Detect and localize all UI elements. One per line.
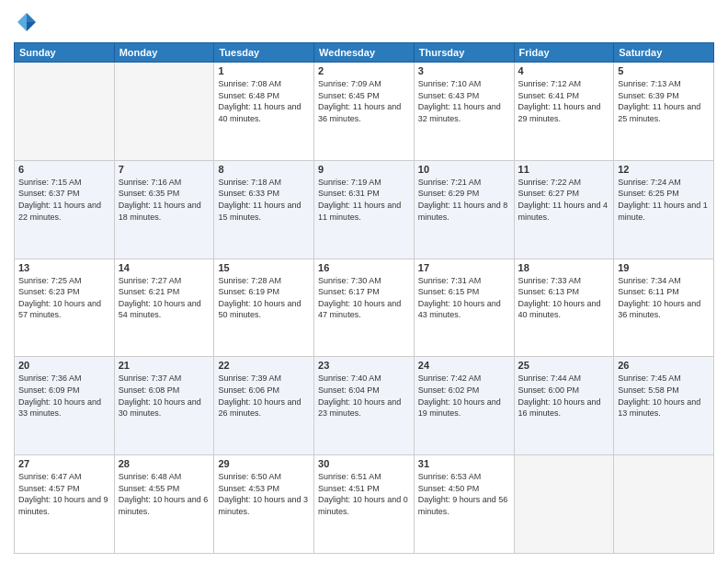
calendar-cell: 1Sunrise: 7:08 AMSunset: 6:48 PMDaylight… <box>214 63 314 161</box>
cell-info: Sunrise: 7:10 AMSunset: 6:43 PMDaylight:… <box>418 78 510 124</box>
week-row-5: 27Sunrise: 6:47 AMSunset: 4:57 PMDayligh… <box>15 455 714 554</box>
calendar-cell: 11Sunrise: 7:22 AMSunset: 6:27 PMDayligh… <box>514 160 614 259</box>
day-number: 18 <box>518 262 610 273</box>
calendar-cell: 3Sunrise: 7:10 AMSunset: 6:43 PMDaylight… <box>414 63 514 161</box>
day-number: 28 <box>119 458 210 469</box>
day-number: 22 <box>218 360 310 371</box>
weekday-header-wednesday: Wednesday <box>314 43 415 63</box>
day-number: 26 <box>618 360 710 371</box>
calendar-cell: 27Sunrise: 6:47 AMSunset: 4:57 PMDayligh… <box>15 455 115 554</box>
weekday-header-monday: Monday <box>114 43 214 63</box>
day-number: 11 <box>518 164 610 175</box>
calendar-cell: 24Sunrise: 7:42 AMSunset: 6:02 PMDayligh… <box>414 357 514 455</box>
calendar-cell: 19Sunrise: 7:34 AMSunset: 6:11 PMDayligh… <box>614 259 714 357</box>
calendar-cell: 9Sunrise: 7:19 AMSunset: 6:31 PMDaylight… <box>314 160 415 259</box>
calendar-cell: 10Sunrise: 7:21 AMSunset: 6:29 PMDayligh… <box>414 160 514 259</box>
logo <box>14 9 43 35</box>
cell-info: Sunrise: 6:48 AMSunset: 4:55 PMDaylight:… <box>119 471 210 517</box>
calendar-cell <box>114 63 214 161</box>
calendar-cell: 18Sunrise: 7:33 AMSunset: 6:13 PMDayligh… <box>514 259 614 357</box>
calendar-cell: 31Sunrise: 6:53 AMSunset: 4:50 PMDayligh… <box>414 455 514 554</box>
calendar-cell: 13Sunrise: 7:25 AMSunset: 6:23 PMDayligh… <box>15 259 115 357</box>
cell-info: Sunrise: 7:33 AMSunset: 6:13 PMDaylight:… <box>518 275 610 321</box>
day-number: 14 <box>119 262 210 273</box>
cell-info: Sunrise: 7:08 AMSunset: 6:48 PMDaylight:… <box>218 78 310 124</box>
svg-marker-0 <box>27 13 36 22</box>
cell-info: Sunrise: 7:42 AMSunset: 6:02 PMDaylight:… <box>418 373 510 419</box>
calendar-cell: 23Sunrise: 7:40 AMSunset: 6:04 PMDayligh… <box>314 357 415 455</box>
weekday-header-friday: Friday <box>514 43 614 63</box>
cell-info: Sunrise: 7:34 AMSunset: 6:11 PMDaylight:… <box>618 275 710 321</box>
cell-info: Sunrise: 7:40 AMSunset: 6:04 PMDaylight:… <box>318 373 410 419</box>
calendar-cell <box>614 455 714 554</box>
cell-info: Sunrise: 7:24 AMSunset: 6:25 PMDaylight:… <box>618 177 710 223</box>
cell-info: Sunrise: 7:15 AMSunset: 6:37 PMDaylight:… <box>18 177 110 223</box>
week-row-3: 13Sunrise: 7:25 AMSunset: 6:23 PMDayligh… <box>15 259 714 357</box>
week-row-4: 20Sunrise: 7:36 AMSunset: 6:09 PMDayligh… <box>15 357 714 455</box>
calendar-cell: 17Sunrise: 7:31 AMSunset: 6:15 PMDayligh… <box>414 259 514 357</box>
page: SundayMondayTuesdayWednesdayThursdayFrid… <box>0 0 728 563</box>
calendar-cell: 12Sunrise: 7:24 AMSunset: 6:25 PMDayligh… <box>614 160 714 259</box>
calendar-cell: 26Sunrise: 7:45 AMSunset: 5:58 PMDayligh… <box>614 357 714 455</box>
cell-info: Sunrise: 7:16 AMSunset: 6:35 PMDaylight:… <box>119 177 210 223</box>
day-number: 20 <box>18 360 110 371</box>
cell-info: Sunrise: 7:30 AMSunset: 6:17 PMDaylight:… <box>318 275 410 321</box>
calendar-cell: 4Sunrise: 7:12 AMSunset: 6:41 PMDaylight… <box>514 63 614 161</box>
weekday-header-thursday: Thursday <box>414 43 514 63</box>
calendar-cell: 14Sunrise: 7:27 AMSunset: 6:21 PMDayligh… <box>114 259 214 357</box>
calendar-cell <box>15 63 115 161</box>
calendar-cell <box>514 455 614 554</box>
day-number: 16 <box>318 262 410 273</box>
calendar-cell: 22Sunrise: 7:39 AMSunset: 6:06 PMDayligh… <box>214 357 314 455</box>
week-row-1: 1Sunrise: 7:08 AMSunset: 6:48 PMDaylight… <box>15 63 714 161</box>
cell-info: Sunrise: 7:45 AMSunset: 5:58 PMDaylight:… <box>618 373 710 419</box>
cell-info: Sunrise: 7:31 AMSunset: 6:15 PMDaylight:… <box>418 275 510 321</box>
cell-info: Sunrise: 7:12 AMSunset: 6:41 PMDaylight:… <box>518 78 610 124</box>
cell-info: Sunrise: 7:13 AMSunset: 6:39 PMDaylight:… <box>618 78 710 124</box>
day-number: 21 <box>119 360 210 371</box>
day-number: 27 <box>18 458 110 469</box>
calendar-cell: 2Sunrise: 7:09 AMSunset: 6:45 PMDaylight… <box>314 63 415 161</box>
calendar-cell: 5Sunrise: 7:13 AMSunset: 6:39 PMDaylight… <box>614 63 714 161</box>
day-number: 29 <box>218 458 310 469</box>
cell-info: Sunrise: 7:19 AMSunset: 6:31 PMDaylight:… <box>318 177 410 223</box>
cell-info: Sunrise: 6:53 AMSunset: 4:50 PMDaylight:… <box>418 471 510 517</box>
header <box>14 9 714 35</box>
logo-icon <box>14 9 40 35</box>
svg-marker-1 <box>27 22 36 31</box>
calendar-cell: 8Sunrise: 7:18 AMSunset: 6:33 PMDaylight… <box>214 160 314 259</box>
cell-info: Sunrise: 7:28 AMSunset: 6:19 PMDaylight:… <box>218 275 310 321</box>
day-number: 4 <box>518 65 610 76</box>
calendar-cell: 16Sunrise: 7:30 AMSunset: 6:17 PMDayligh… <box>314 259 415 357</box>
weekday-header-row: SundayMondayTuesdayWednesdayThursdayFrid… <box>15 43 714 63</box>
weekday-header-tuesday: Tuesday <box>214 43 314 63</box>
cell-info: Sunrise: 7:09 AMSunset: 6:45 PMDaylight:… <box>318 78 410 124</box>
day-number: 7 <box>119 164 210 175</box>
cell-info: Sunrise: 7:21 AMSunset: 6:29 PMDaylight:… <box>418 177 510 223</box>
cell-info: Sunrise: 6:50 AMSunset: 4:53 PMDaylight:… <box>218 471 310 517</box>
calendar-cell: 25Sunrise: 7:44 AMSunset: 6:00 PMDayligh… <box>514 357 614 455</box>
cell-info: Sunrise: 7:27 AMSunset: 6:21 PMDaylight:… <box>119 275 210 321</box>
calendar-cell: 21Sunrise: 7:37 AMSunset: 6:08 PMDayligh… <box>114 357 214 455</box>
calendar-cell: 6Sunrise: 7:15 AMSunset: 6:37 PMDaylight… <box>15 160 115 259</box>
day-number: 17 <box>418 262 510 273</box>
day-number: 24 <box>418 360 510 371</box>
day-number: 31 <box>418 458 510 469</box>
day-number: 25 <box>518 360 610 371</box>
day-number: 9 <box>318 164 410 175</box>
calendar-cell: 7Sunrise: 7:16 AMSunset: 6:35 PMDaylight… <box>114 160 214 259</box>
calendar-cell: 30Sunrise: 6:51 AMSunset: 4:51 PMDayligh… <box>314 455 415 554</box>
weekday-header-sunday: Sunday <box>15 43 115 63</box>
day-number: 13 <box>18 262 110 273</box>
cell-info: Sunrise: 7:39 AMSunset: 6:06 PMDaylight:… <box>218 373 310 419</box>
svg-marker-2 <box>17 13 27 31</box>
calendar-cell: 29Sunrise: 6:50 AMSunset: 4:53 PMDayligh… <box>214 455 314 554</box>
day-number: 5 <box>618 65 710 76</box>
cell-info: Sunrise: 6:51 AMSunset: 4:51 PMDaylight:… <box>318 471 410 517</box>
cell-info: Sunrise: 7:18 AMSunset: 6:33 PMDaylight:… <box>218 177 310 223</box>
calendar-table: SundayMondayTuesdayWednesdayThursdayFrid… <box>14 42 714 554</box>
day-number: 30 <box>318 458 410 469</box>
day-number: 23 <box>318 360 410 371</box>
calendar-cell: 15Sunrise: 7:28 AMSunset: 6:19 PMDayligh… <box>214 259 314 357</box>
day-number: 10 <box>418 164 510 175</box>
